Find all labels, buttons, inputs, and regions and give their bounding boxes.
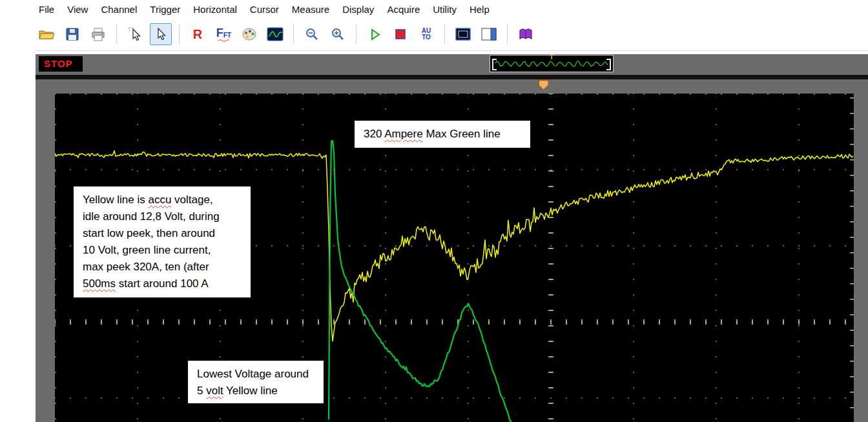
scope-workspace: STOP T 320 Ampere Max Green line Yellow … [36,54,868,422]
menu-cursor[interactable]: Cursor [243,1,285,18]
zoom-out-button[interactable] [301,23,323,45]
waveform-icon [267,27,284,41]
play-icon [367,26,382,42]
menu-horizontal[interactable]: Horizontal [187,1,243,18]
color-palette-icon [242,27,257,41]
annotation-green-max: 320 Ampere Max Green line [354,120,531,148]
print-button[interactable] [87,23,109,45]
fft-button[interactable]: FFT [212,23,234,45]
annotation-yellow-description: Yellow line is accu voltage, idle around… [73,186,251,298]
fft-icon: FFT [216,27,231,42]
menu-trigger[interactable]: Trigger [143,1,187,18]
trigger-marker-fill [539,81,548,90]
toolbar-separator [356,25,356,44]
help-book-icon [517,26,534,42]
oscilloscope-app-window: File View Channel Trigger Horizontal Cur… [0,0,868,422]
menu-acquire[interactable]: Acquire [380,1,426,18]
r-measure-button[interactable]: R [187,23,209,45]
trigger-position-marker[interactable] [538,79,549,90]
zoom-in-icon [330,26,346,42]
menu-file[interactable]: File [32,1,61,18]
auto-text-icon: AUTO [422,28,431,41]
menu-bar: File View Channel Trigger Horizontal Cur… [32,0,496,18]
run-button[interactable] [364,23,386,45]
palette-button[interactable] [238,23,260,45]
toolbar-divider [36,50,868,51]
toolbar: R FFT [36,19,537,49]
save-floppy-icon [65,26,80,42]
preview-left-bracket-icon [492,59,497,70]
record-square-icon [393,26,408,42]
toolbar-separator [293,25,294,44]
waveform-display-button[interactable] [264,23,286,45]
cursor-arrow-icon [153,26,169,42]
menu-view[interactable]: View [61,1,94,18]
zoom-in-button[interactable] [327,23,349,45]
menu-display[interactable]: Display [336,1,380,18]
toolbar-separator [116,25,117,44]
menu-utility[interactable]: Utility [426,1,463,18]
cursor-select-active-button[interactable] [150,23,172,45]
open-button[interactable] [36,23,57,45]
panel-layout-button[interactable] [478,23,500,45]
monitor-icon [455,27,471,41]
cursor-select-button[interactable] [124,23,146,45]
auto-setup-button[interactable]: AUTO [415,23,437,45]
save-button[interactable] [61,23,83,45]
toolbar-separator [507,25,508,44]
cursor-arrow-icon [127,26,143,42]
zoom-out-icon [304,26,320,42]
help-button[interactable] [515,23,537,45]
scope-screen: 320 Ampere Max Green line Yellow line is… [55,94,854,422]
r-letter-icon: R [193,27,202,42]
fft-red-wave-icon [218,39,229,42]
annotation-lowest-voltage: Lowest Voltage around 5 volt Yellow line [187,360,324,404]
open-folder-icon [38,27,55,41]
printer-icon [90,26,107,42]
menu-help[interactable]: Help [463,1,496,18]
toolbar-separator [444,25,445,44]
record-stop-button[interactable] [389,23,411,45]
toolbar-separator [179,25,180,44]
trigger-position-preview[interactable]: T [490,55,614,72]
preview-right-bracket-icon [606,59,611,70]
trigger-t-label: T [550,54,553,61]
workspace-divider-band [36,75,868,79]
full-screen-button[interactable] [452,23,474,45]
menu-channel[interactable]: Channel [94,1,143,18]
panel-layout-icon [480,27,497,41]
menu-measure[interactable]: Measure [285,1,336,18]
acquisition-status-badge: STOP [39,56,83,72]
